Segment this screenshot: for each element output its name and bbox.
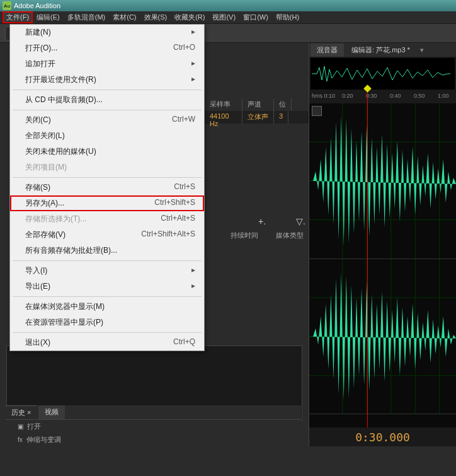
menu-item-label: 导出(E) [25, 281, 50, 292]
file-menu-item[interactable]: 导入(I)▸ [10, 263, 204, 279]
file-menu-item[interactable]: 在资源管理器中显示(P) [10, 315, 204, 330]
filter-icon[interactable]: ▽. [296, 216, 305, 226]
file-menu-item[interactable]: 所有音频存储为批处理(B)... [10, 243, 204, 258]
menu-item-label: 退出(X) [25, 337, 50, 348]
file-menu-item[interactable]: 打开(O)...Ctrl+O [10, 40, 204, 56]
info-header-row: 采样率 声道 位 [205, 98, 309, 111]
editor-tab-strip: 混音器 编辑器: 芦花.mp3 * ▾ [309, 43, 456, 57]
menu-favorites[interactable]: 收藏夹(R) [171, 11, 208, 23]
menu-view[interactable]: 视图(V) [208, 11, 239, 23]
file-menu-item[interactable]: 全部存储(V)Ctrl+Shift+Alt+S [10, 227, 204, 243]
menu-clip[interactable]: 素材(C) [109, 11, 140, 23]
col-channels: 声道 [242, 98, 274, 111]
menu-item-shortcut: ▸ [191, 74, 195, 85]
menu-separator [13, 332, 202, 333]
menu-item-shortcut: Ctrl+S [174, 182, 195, 193]
menu-item-label: 在媒体浏览器中显示(M) [25, 301, 105, 312]
menu-item-label: 关闭(C) [25, 115, 51, 125]
menu-item-shortcut: ▸ [191, 59, 195, 69]
waveform-editor[interactable] [309, 103, 456, 427]
menu-item-shortcut: Ctrl+Shift+S [154, 198, 195, 209]
app-title: Adobe Audition [14, 2, 60, 9]
menu-item-label: 关闭项目(M) [25, 162, 67, 173]
menu-item-shortcut: Ctrl+Q [173, 337, 195, 348]
menu-item-shortcut: ▸ [191, 27, 195, 38]
file-menu-item[interactable]: 关闭项目(M) [10, 160, 204, 175]
tab-mixer[interactable]: 混音器 [311, 44, 344, 57]
file-menu-item[interactable]: 退出(X)Ctrl+Q [10, 335, 204, 351]
menu-item-label: 追加打开 [25, 59, 55, 69]
file-menu-item[interactable]: 存储(S)Ctrl+S [10, 180, 204, 195]
menu-item-shortcut: Ctrl+W [172, 115, 195, 125]
menu-window[interactable]: 窗口(W) [239, 11, 272, 23]
file-menu-item[interactable]: 新建(N)▸ [10, 25, 204, 40]
menu-separator [13, 260, 202, 261]
playhead[interactable] [367, 91, 368, 103]
col-duration: 持续时间 [231, 231, 258, 240]
menu-item-shortcut: Ctrl+Shift+Alt+S [141, 229, 195, 240]
menu-item-shortcut: ▸ [191, 265, 195, 276]
tab-video[interactable]: 视频 [38, 405, 65, 419]
plus-icon[interactable]: +. [258, 216, 266, 226]
tab-editor[interactable]: 编辑器: 芦花.mp3 * [345, 44, 416, 57]
menu-multitrack[interactable]: 多轨混音(M) [64, 11, 110, 23]
file-menu-item[interactable]: 关闭(C)Ctrl+W [10, 112, 204, 128]
tick-label: 0:20 [342, 93, 353, 99]
menu-item-label: 另存为(A)... [25, 198, 64, 209]
menu-item-shortcut: ▸ [191, 281, 195, 292]
file-menu-item[interactable]: 追加打开▸ [10, 56, 204, 72]
menu-separator [13, 177, 202, 178]
menu-item-label: 全部关闭(L) [25, 131, 65, 141]
col-bits: 位 [274, 98, 292, 111]
waveform-channel-left [309, 103, 456, 259]
title-bar: Au Adobe Audition [0, 0, 456, 11]
menu-separator [13, 110, 202, 110]
menu-item-label: 打开最近使用文件(R) [25, 74, 96, 85]
history-label: 打开 [27, 422, 41, 431]
menu-separator [13, 90, 202, 90]
tick-label: 1:00 [438, 93, 449, 99]
menu-file[interactable]: 文件(F) [3, 11, 33, 23]
menu-item-label: 关闭未使用的媒体(U) [25, 146, 96, 157]
menu-item-label: 导入(I) [25, 265, 47, 276]
file-menu-item[interactable]: 从 CD 中提取音频(D)... [10, 92, 204, 108]
menu-help[interactable]: 帮助(H) [272, 11, 303, 23]
file-menu-item[interactable]: 存储所选择为(T)...Ctrl+Alt+S [10, 211, 204, 227]
info-value-row: 44100 Hz 立体声 3 [205, 111, 309, 124]
menu-item-label: 全部存储(V) [25, 229, 66, 240]
col-samplerate: 采样率 [205, 98, 242, 111]
menu-item-label: 存储(S) [25, 182, 50, 193]
menu-separator [13, 296, 202, 297]
file-menu-item[interactable]: 另存为(A)...Ctrl+Shift+S [10, 195, 204, 211]
menu-effects[interactable]: 效果(S) [140, 11, 171, 23]
menu-item-label: 从 CD 中提取音频(D)... [25, 95, 103, 105]
history-item-stretch[interactable]: fx 伸缩与变调 [5, 433, 301, 446]
tab-dropdown-icon[interactable]: ▾ [416, 46, 428, 54]
waveform-overview[interactable] [311, 58, 455, 90]
col-mediatype: 媒体类型 [276, 231, 304, 240]
file-menu-dropdown: 新建(N)▸打开(O)...Ctrl+O追加打开▸打开最近使用文件(R)▸从 C… [9, 24, 205, 351]
menu-item-shortcut: Ctrl+Alt+S [161, 214, 195, 224]
history-item-open[interactable]: ▣ 打开 [5, 420, 301, 433]
open-icon: ▣ [18, 423, 23, 430]
app-logo: Au [3, 1, 11, 10]
menu-item-shortcut: Ctrl+O [173, 43, 195, 54]
tick-label: 0:50 [414, 93, 425, 99]
file-menu-item[interactable]: 关闭未使用的媒体(U) [10, 144, 204, 160]
playhead-line [367, 103, 368, 427]
val-bits: 3 [274, 111, 288, 124]
file-menu-item[interactable]: 打开最近使用文件(R)▸ [10, 72, 204, 88]
tab-history[interactable]: 历史 × [5, 405, 37, 419]
menu-item-label: 新建(N) [25, 27, 51, 38]
file-menu-item[interactable]: 全部关闭(L) [10, 128, 204, 144]
fx-icon: fx [18, 436, 23, 443]
timeline-ruler[interactable]: hms 0:10 0:20 0:30 0:40 0:50 1:00 [309, 91, 456, 103]
file-menu-item[interactable]: 导出(E)▸ [10, 279, 204, 294]
menu-edit[interactable]: 编辑(E) [33, 11, 64, 23]
history-label: 伸缩与变调 [26, 435, 61, 444]
time-display: 0:30.000 [309, 427, 456, 446]
file-menu-item[interactable]: 在媒体浏览器中显示(M) [10, 299, 204, 315]
menu-item-label: 打开(O)... [25, 43, 57, 54]
val-samplerate: 44100 Hz [205, 111, 242, 124]
history-tab-strip: 历史 × 视频 [5, 405, 301, 420]
